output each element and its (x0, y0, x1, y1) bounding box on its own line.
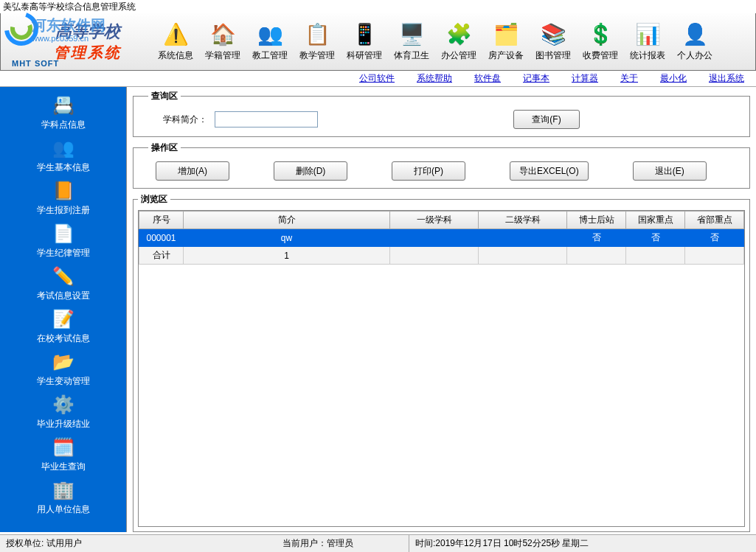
linkbar-item-6[interactable]: 最小化 (660, 72, 687, 85)
sidebar-item-employer-info[interactable]: 🏢用人单位信息 (0, 478, 126, 518)
content-area: 查询区 学科简介： 查询(F) 操作区 增加(A)删除(D)打印(P)导出EXC… (127, 87, 756, 532)
linkbar-item-4[interactable]: 计算器 (572, 72, 598, 85)
table-header-row: 序号简介一级学科二级学科博士后站国家重点省部重点 (139, 212, 744, 229)
linkbar-item-0[interactable]: 公司软件 (359, 72, 395, 85)
query-panel: 查询区 学科简介： 查询(F) (133, 90, 750, 137)
exit-button[interactable]: 退出(E) (633, 161, 707, 181)
sidebar-item-student-register[interactable]: 📙学生报到注册 (0, 178, 126, 219)
svg-point-1 (13, 20, 30, 38)
research-mgmt-icon: 📱 (352, 21, 377, 46)
library-mgmt-button[interactable]: 📚图书管理 (530, 15, 577, 69)
fee-mgmt-icon: 💲 (588, 21, 613, 46)
query-legend: 查询区 (148, 90, 181, 102)
discipline-info-icon: 📇 (53, 95, 74, 116)
stats-report-label: 统计报表 (630, 49, 665, 62)
export-button[interactable]: 导出EXCEL(O) (510, 161, 589, 181)
student-change-icon: 📂 (53, 352, 74, 372)
query-label: 学科简介： (148, 113, 207, 126)
student-status-label: 学籍管理 (205, 49, 240, 62)
property-equip-label: 房产设备 (488, 49, 524, 62)
column-header[interactable]: 一级学科 (390, 212, 479, 229)
table-row[interactable]: 000001qw否否否 (139, 229, 744, 247)
student-discipline-label: 学生纪律管理 (37, 247, 90, 259)
student-discipline-icon: 📄 (53, 223, 74, 244)
table-cell (626, 247, 685, 265)
data-table: 序号简介一级学科二级学科博士后站国家重点省部重点 000001qw否否否合计1 (139, 211, 744, 265)
column-header[interactable]: 二级学科 (479, 212, 567, 229)
staff-mgmt-button[interactable]: 👥教工管理 (246, 15, 294, 69)
exam-settings-icon: ✏️ (53, 266, 74, 287)
query-button[interactable]: 查询(F) (513, 110, 580, 129)
research-mgmt-button[interactable]: 📱科研管理 (341, 15, 388, 69)
property-equip-button[interactable]: 🗂️房产设备 (482, 15, 530, 69)
sidebar-item-student-change[interactable]: 📂学生变动管理 (0, 349, 126, 390)
table-cell (390, 229, 479, 247)
sidebar-item-exam-settings[interactable]: ✏️考试信息设置 (0, 264, 126, 304)
table-cell: qw (184, 229, 390, 247)
watermark-url: www.pc0359.cn (32, 34, 89, 43)
delete-button[interactable]: 删除(D) (274, 161, 347, 181)
office-mgmt-icon: 🧩 (446, 21, 471, 46)
sidebar-item-graduation[interactable]: ⚙️毕业升级结业 (0, 392, 126, 433)
graduate-query-icon: 🗓️ (53, 437, 74, 458)
sidebar-item-graduate-query[interactable]: 🗓️毕业生查询 (0, 435, 126, 475)
linkbar-item-3[interactable]: 记事本 (523, 72, 549, 85)
personal-office-button[interactable]: 👤个人办公 (671, 15, 718, 69)
column-header[interactable]: 序号 (139, 212, 184, 229)
library-mgmt-label: 图书管理 (535, 49, 571, 62)
research-mgmt-label: 科研管理 (347, 49, 382, 62)
table-cell (567, 247, 626, 265)
sports-health-icon: 🖥️ (399, 21, 424, 46)
personal-office-icon: 👤 (682, 21, 707, 46)
graduation-label: 毕业升级结业 (37, 418, 90, 430)
employer-info-label: 用人单位信息 (37, 503, 90, 516)
sports-health-label: 体育卫生 (394, 49, 429, 62)
sidebar-item-student-discipline[interactable]: 📄学生纪律管理 (0, 221, 126, 262)
employer-info-icon: 🏢 (53, 480, 74, 500)
linkbar-item-5[interactable]: 关于 (620, 72, 638, 85)
sidebar-item-exam-info[interactable]: 📝在校考试信息 (0, 307, 126, 347)
sidebar: 📇学科点信息👥学生基本信息📙学生报到注册📄学生纪律管理✏️考试信息设置📝在校考试… (0, 87, 127, 532)
linkbar-item-2[interactable]: 软件盘 (474, 72, 501, 85)
sidebar-item-discipline-info[interactable]: 📇学科点信息 (0, 93, 126, 133)
system-info-button[interactable]: ⚠️系统信息 (152, 15, 199, 69)
column-header[interactable]: 简介 (184, 212, 390, 229)
linkbar-item-1[interactable]: 系统帮助 (417, 72, 452, 85)
table-cell: 1 (184, 247, 390, 265)
student-status-button[interactable]: 🏠学籍管理 (199, 15, 246, 69)
status-auth: 授权单位: 试用用户 (0, 535, 277, 552)
student-register-label: 学生报到注册 (37, 204, 90, 217)
status-user: 当前用户：管理员 (277, 535, 409, 552)
ops-panel: 操作区 增加(A)删除(D)打印(P)导出EXCEL(O)退出(E) (133, 142, 750, 189)
sports-health-button[interactable]: 🖥️体育卫生 (388, 15, 435, 69)
table-cell (479, 247, 567, 265)
student-status-icon: 🏠 (210, 21, 235, 46)
linkbar-item-7[interactable]: 退出系统 (709, 72, 744, 85)
logo-line2: 管理系统 (54, 43, 122, 63)
browse-panel: 浏览区 序号简介一级学科二级学科博士后站国家重点省部重点 000001qw否否否… (133, 193, 750, 532)
property-equip-icon: 🗂️ (493, 21, 519, 46)
watermark-text: 河东软件网 (32, 15, 105, 35)
stats-report-button[interactable]: 📊统计报表 (624, 15, 671, 69)
fee-mgmt-button[interactable]: 💲收费管理 (577, 15, 624, 69)
add-button[interactable]: 增加(A) (156, 161, 229, 181)
column-header[interactable]: 国家重点 (626, 212, 685, 229)
table-cell: 000001 (139, 229, 184, 247)
discipline-intro-input[interactable] (215, 111, 318, 127)
logo-brand: MHT SOFT (12, 59, 59, 68)
fee-mgmt-label: 收费管理 (583, 49, 618, 62)
column-header[interactable]: 博士后站 (567, 212, 626, 229)
main-toolbar: ⚠️系统信息🏠学籍管理👥教工管理📋教学管理📱科研管理🖥️体育卫生🧩办公管理🗂️房… (145, 13, 755, 70)
print-button[interactable]: 打印(P) (392, 161, 465, 181)
table-cell (685, 247, 744, 265)
exam-info-label: 在校考试信息 (37, 332, 90, 345)
staff-mgmt-icon: 👥 (257, 21, 282, 46)
personal-office-label: 个人办公 (677, 49, 712, 62)
student-basic-icon: 👥 (53, 138, 74, 158)
exam-info-icon: 📝 (53, 309, 74, 329)
sidebar-item-student-basic[interactable]: 👥学生基本信息 (0, 136, 126, 176)
student-basic-label: 学生基本信息 (37, 161, 90, 174)
office-mgmt-button[interactable]: 🧩办公管理 (435, 15, 482, 69)
column-header[interactable]: 省部重点 (685, 212, 744, 229)
teaching-mgmt-button[interactable]: 📋教学管理 (294, 15, 341, 69)
